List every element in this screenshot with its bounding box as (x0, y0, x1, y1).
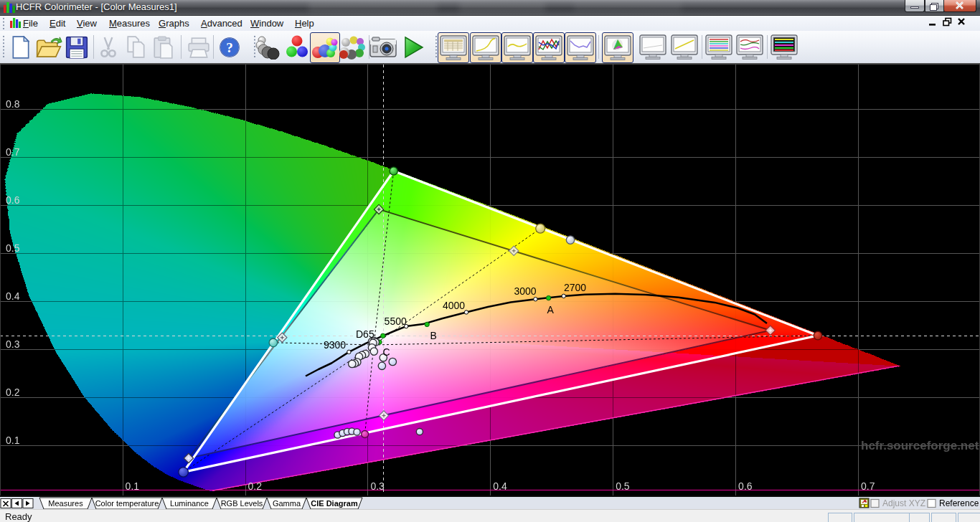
svg-text:Adjust XYZ: Adjust XYZ (882, 498, 925, 508)
svg-text:Gamma: Gamma (273, 499, 301, 508)
svg-text:Reference: Reference (939, 498, 979, 508)
svg-text:0.6: 0.6 (6, 194, 20, 206)
svg-text:Luminance: Luminance (170, 499, 209, 508)
svg-text:0.6: 0.6 (738, 480, 753, 492)
svg-text:0.7: 0.7 (861, 480, 875, 492)
svg-text:CIE Diagram: CIE Diagram (311, 499, 358, 508)
svg-text:4000: 4000 (443, 300, 465, 311)
svg-text:0.1: 0.1 (6, 435, 20, 446)
svg-text:3000: 3000 (514, 285, 537, 297)
svg-text:Measures: Measures (48, 499, 83, 508)
svg-text:0.3: 0.3 (6, 338, 20, 350)
svg-text:RGB Levels: RGB Levels (221, 499, 263, 508)
svg-text:0.2: 0.2 (248, 480, 263, 492)
svg-text:9300: 9300 (324, 339, 346, 351)
svg-text:0.7: 0.7 (6, 146, 20, 158)
svg-text:0.1: 0.1 (126, 480, 140, 492)
svg-text:0.4: 0.4 (493, 480, 507, 492)
svg-text:Color temperature: Color temperature (95, 499, 159, 508)
svg-text:B: B (430, 330, 437, 341)
svg-text:?: ? (226, 40, 233, 55)
svg-text:hcfr.sourceforge.net: hcfr.sourceforge.net (861, 439, 979, 452)
svg-text:0.3: 0.3 (370, 480, 385, 492)
svg-text:A: A (547, 304, 555, 315)
svg-text:0.5: 0.5 (616, 480, 630, 492)
svg-text:C: C (383, 346, 390, 358)
svg-text:2700: 2700 (564, 282, 586, 293)
svg-text:0.8: 0.8 (6, 98, 20, 110)
svg-text:0.5: 0.5 (6, 242, 20, 254)
svg-text:0.4: 0.4 (6, 290, 20, 302)
svg-text:5500: 5500 (385, 315, 407, 327)
svg-text:D65: D65 (356, 328, 374, 340)
svg-text:0.2: 0.2 (6, 386, 20, 398)
